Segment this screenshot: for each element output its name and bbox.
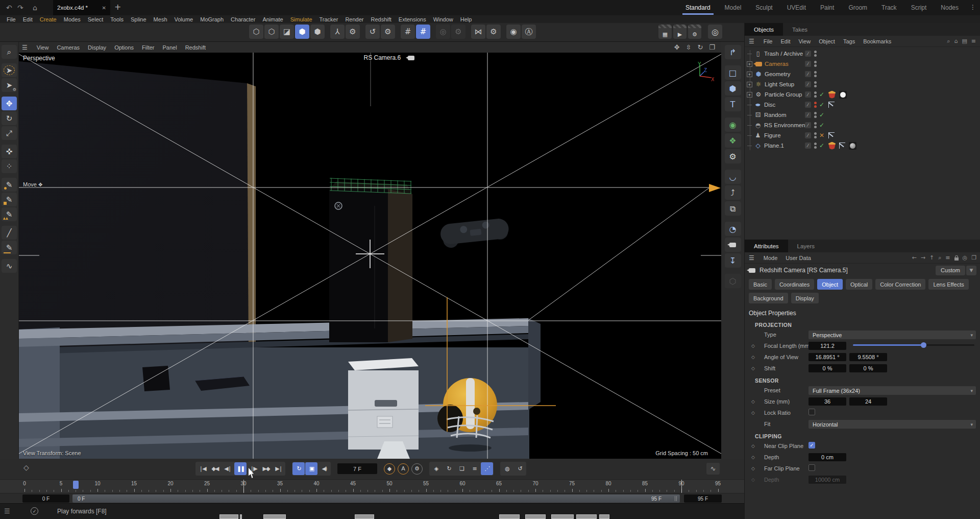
material-editor-icon[interactable]: ⬡ xyxy=(725,274,741,288)
menu-character[interactable]: Character xyxy=(227,16,259,22)
range-end-field[interactable]: 95 F xyxy=(684,494,722,503)
visibility-dots[interactable] xyxy=(814,61,817,67)
loop-button[interactable]: ↻ xyxy=(292,462,305,475)
record-key-button[interactable]: ◆ xyxy=(384,463,395,475)
camera-label[interactable]: RS Camera.6 xyxy=(346,54,432,61)
workspace-tab-groom[interactable]: Groom xyxy=(841,0,874,15)
attr-newwindow-icon[interactable]: ❐ xyxy=(971,254,976,261)
mograph-objects-icon[interactable]: ❖ xyxy=(725,133,741,148)
object-row-particle-group[interactable]: +⚙Particle Group∕✓ xyxy=(745,89,980,100)
playhead[interactable] xyxy=(73,481,79,489)
expand-icon[interactable]: + xyxy=(747,92,752,98)
workspace-tab-track[interactable]: Track xyxy=(874,0,904,15)
attr-section-tab-coordinates[interactable]: Coordinates xyxy=(775,279,814,290)
layer-toggle-icon[interactable]: ∕ xyxy=(805,81,811,87)
viewport-menu-view[interactable]: View xyxy=(33,44,53,51)
camera-object-icon[interactable] xyxy=(725,238,741,252)
om-tab-objects[interactable]: Objects xyxy=(745,23,783,36)
param-dropdown[interactable]: Horizontal xyxy=(808,420,976,429)
axis-settings-icon[interactable]: ⚙ xyxy=(346,25,360,39)
param-input-1[interactable]: 16.8951 ° xyxy=(808,353,846,361)
animatable-diamond-icon[interactable]: ◇ xyxy=(751,399,755,404)
visibility-dots[interactable] xyxy=(814,132,817,138)
animatable-diamond-icon[interactable]: ◇ xyxy=(751,443,755,449)
multi-transform-icon[interactable]: ⁘ xyxy=(2,159,17,173)
attr-section-tab-background[interactable]: Background xyxy=(749,293,788,303)
visibility-dots[interactable] xyxy=(814,102,817,108)
autokey-button[interactable]: A xyxy=(398,463,409,475)
visibility-dots[interactable] xyxy=(814,143,817,149)
layer-toggle-icon[interactable]: ∕ xyxy=(805,143,811,149)
om-menu-view[interactable]: View xyxy=(794,38,815,44)
menu-animate[interactable]: Animate xyxy=(259,16,286,22)
animatable-diamond-icon[interactable]: ◇ xyxy=(751,343,755,348)
render-picture-viewer-icon[interactable]: ▶ xyxy=(673,25,687,39)
axis-tool-icon[interactable]: ⅄ xyxy=(330,25,345,39)
enabled-check-icon[interactable]: ✓ xyxy=(819,122,824,129)
new-tab-button[interactable]: + xyxy=(114,2,121,12)
coordinate-settings-icon[interactable]: ⚙ xyxy=(381,25,395,39)
om-search-icon[interactable]: ⌕ xyxy=(947,38,950,44)
workspace-tab-script[interactable]: Script xyxy=(904,0,934,15)
poly-pen-icon[interactable]: ✎ xyxy=(2,207,17,221)
param-checkbox[interactable]: ✓ xyxy=(808,442,815,449)
camera-icon[interactable] xyxy=(408,56,414,60)
preset-custom-button[interactable]: Custom xyxy=(936,266,965,275)
menu-spline[interactable]: Spline xyxy=(127,16,150,22)
current-frame-field[interactable]: 7 F xyxy=(337,463,377,474)
object-mode-icon[interactable]: ⬢ xyxy=(310,25,325,39)
visibility-dots[interactable] xyxy=(814,122,817,128)
model-mode-icon[interactable]: ⬢ xyxy=(295,25,309,39)
spline-smooth-icon[interactable]: ✎ xyxy=(2,241,17,254)
om-menu-bookmarks[interactable]: Bookmarks xyxy=(859,38,895,44)
redshift-material-tag-icon[interactable] xyxy=(828,142,836,150)
object-row-light-setup[interactable]: +☼Light Setup∕ xyxy=(745,79,980,89)
key-position-button[interactable]: ◈ xyxy=(430,462,442,475)
scale-tool-icon[interactable]: ⤢ xyxy=(2,126,17,140)
om-home-icon[interactable]: ⌂ xyxy=(954,38,958,44)
workspace-tab-paint[interactable]: Paint xyxy=(813,0,841,15)
object-row-figure[interactable]: ♟Figure∕✕ xyxy=(745,130,980,140)
om-menu-file[interactable]: File xyxy=(760,38,777,44)
om-menu-tags[interactable]: Tags xyxy=(839,38,859,44)
layer-toggle-icon[interactable]: ∕ xyxy=(805,71,811,77)
marker-diamond-icon[interactable]: ◇ xyxy=(23,463,29,471)
attr-menu-mode[interactable]: Mode xyxy=(760,255,782,261)
enabled-check-icon[interactable]: ✓ xyxy=(819,142,824,149)
viewport-menu-redshift[interactable]: Redshift xyxy=(181,44,210,51)
range-start-field[interactable]: 0 F xyxy=(22,494,69,503)
viewport-menu-cameras[interactable]: Cameras xyxy=(53,44,84,51)
menu-window[interactable]: Window xyxy=(430,16,457,22)
param-dropdown[interactable]: Perspective xyxy=(808,331,976,339)
viewport-menu-display[interactable]: Display xyxy=(84,44,110,51)
coordinate-system-icon[interactable]: ↺ xyxy=(365,25,380,39)
spline-pen-icon[interactable]: ✎ xyxy=(2,178,17,192)
deformer-icon[interactable]: ◡ xyxy=(725,170,741,184)
simulation-icon[interactable]: ⚙ xyxy=(725,149,741,163)
visibility-dots[interactable] xyxy=(814,71,817,77)
layer-toggle-icon[interactable]: ∕ xyxy=(805,51,811,57)
visibility-dots[interactable] xyxy=(814,112,817,118)
attr-menu-icon[interactable]: ☰ xyxy=(749,254,754,262)
workplane-icon[interactable]: # xyxy=(401,25,415,39)
spline-primitives-icon[interactable]: □ xyxy=(725,65,741,80)
workspace-tab-sculpt[interactable]: Sculpt xyxy=(748,0,779,15)
menu-tracker[interactable]: Tracker xyxy=(316,16,342,22)
object-row-disc[interactable]: ●Disc∕✓ xyxy=(745,100,980,110)
attr-tab-attributes[interactable]: Attributes xyxy=(745,240,788,252)
animatable-diamond-icon[interactable]: ◇ xyxy=(751,410,755,415)
symmetry-settings-icon[interactable]: ⚙ xyxy=(486,25,501,39)
attr-section-tab-lens-effects[interactable]: Lens Effects xyxy=(928,279,968,290)
instance-icon[interactable]: ⤴ xyxy=(725,185,741,200)
viewport-menu-options[interactable]: Options xyxy=(110,44,138,51)
key-scale-button[interactable]: ❏ xyxy=(455,462,468,475)
render-view-icon[interactable]: ▦ xyxy=(658,25,672,39)
sketch-tool-icon[interactable]: ✎ xyxy=(2,193,17,206)
keyframe-settings-button[interactable]: ⚙ xyxy=(411,463,423,475)
expand-icon[interactable]: + xyxy=(747,72,752,77)
workspace-tab-nodes[interactable]: Nodes xyxy=(934,0,966,15)
view-label[interactable]: Perspective xyxy=(23,55,55,62)
layer-toggle-icon[interactable]: ∕ xyxy=(805,122,811,128)
display-tag-icon[interactable] xyxy=(839,143,845,149)
attr-section-tab-color-correction[interactable]: Color Correction xyxy=(875,279,925,290)
